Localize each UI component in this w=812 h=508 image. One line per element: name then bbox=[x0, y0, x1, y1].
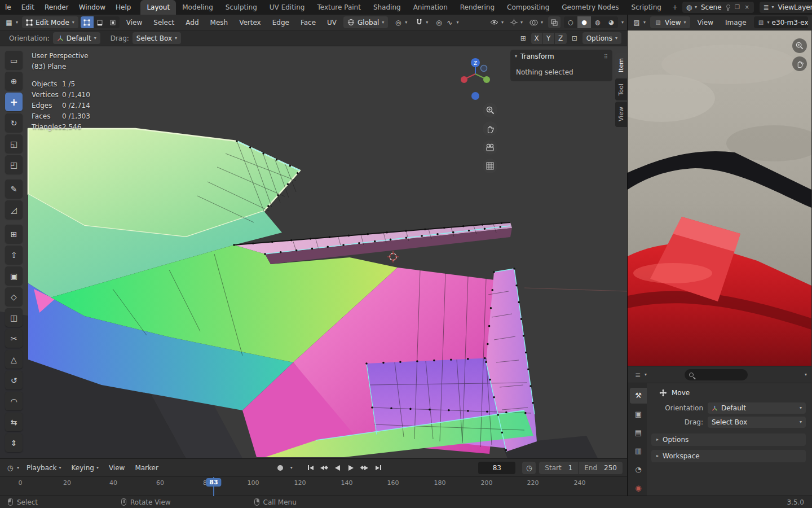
menu-keying[interactable]: Keying▾ bbox=[67, 464, 103, 472]
image-pan-button[interactable] bbox=[792, 56, 807, 71]
shading-rendered-button[interactable]: ◕ bbox=[604, 16, 618, 28]
menu-add[interactable]: Add bbox=[181, 19, 203, 27]
jump-to-end-button[interactable] bbox=[372, 462, 385, 474]
auto-key-button[interactable] bbox=[274, 462, 286, 474]
visibility-dropdown[interactable]: ▾ bbox=[488, 16, 505, 28]
tool-transform[interactable]: ◰ bbox=[5, 155, 23, 174]
menu-view-image-editor[interactable]: View bbox=[693, 19, 718, 27]
tab-item[interactable]: Item bbox=[615, 53, 627, 77]
mirror-icon[interactable]: ⊞ bbox=[519, 34, 527, 42]
new-scene-icon[interactable]: ❐ bbox=[734, 3, 742, 11]
image-mode-dropdown[interactable]: ▨ View ▾ bbox=[650, 16, 690, 28]
menu-select[interactable]: Select bbox=[149, 19, 179, 27]
image-datablock-selector[interactable]: ▨ ▾ e30-m3-exter bbox=[754, 16, 808, 28]
grip-icon[interactable]: ⠿ bbox=[604, 54, 608, 60]
properties-tab-scene[interactable]: ◔ bbox=[630, 462, 647, 478]
menu-edit[interactable]: Edit bbox=[16, 0, 39, 15]
proportional-editing-toggle[interactable]: ◎ ∿ ▾ bbox=[433, 16, 461, 28]
properties-tab-render[interactable]: ▣ bbox=[630, 406, 647, 422]
tool-inset-faces[interactable]: ▣ bbox=[5, 266, 23, 285]
workspace-tab-texture-paint[interactable]: Texture Paint bbox=[311, 0, 367, 15]
mode-selector[interactable]: Edit Mode ▾ bbox=[22, 16, 78, 28]
transform-panel-header[interactable]: ▾ Transform ⠿ bbox=[510, 50, 612, 63]
tool-smooth[interactable]: ◠ bbox=[5, 392, 23, 410]
menu-mesh[interactable]: Mesh bbox=[206, 19, 233, 27]
menu-vertex[interactable]: Vertex bbox=[235, 19, 266, 27]
menu-edge[interactable]: Edge bbox=[268, 19, 294, 27]
transform-orientation-dropdown[interactable]: Global ▾ bbox=[343, 16, 388, 28]
tool-poly-build[interactable]: △ bbox=[5, 350, 23, 369]
mirror-z-button[interactable]: Z bbox=[555, 33, 567, 44]
workspace-tab-uv-editing[interactable]: UV Editing bbox=[263, 0, 311, 15]
image-editor-canvas[interactable] bbox=[628, 30, 811, 366]
current-frame-field[interactable]: 83 bbox=[478, 462, 515, 474]
menu-help[interactable]: Help bbox=[111, 0, 136, 15]
image-editor-type-selector[interactable]: ▨ ▾ bbox=[631, 16, 647, 28]
workspace-tab-compositing[interactable]: Compositing bbox=[501, 0, 555, 15]
workspace-tab-layout[interactable]: Layout bbox=[140, 0, 176, 15]
drag-dropdown[interactable]: Select Box ▾ bbox=[708, 417, 806, 428]
show-overlays-dropdown[interactable]: ▾ bbox=[528, 16, 545, 28]
play-button[interactable] bbox=[345, 462, 358, 474]
tool-shrink-fatten[interactable]: ⇕ bbox=[5, 433, 23, 452]
image-zoom-button[interactable] bbox=[792, 38, 807, 53]
menu-file[interactable]: le bbox=[0, 0, 16, 15]
shading-wireframe-button[interactable]: ○ bbox=[564, 16, 577, 28]
workspace-tab-animation[interactable]: Animation bbox=[407, 0, 454, 15]
options-panel-header[interactable]: ▸ Options bbox=[651, 433, 806, 446]
drag-mode-dropdown[interactable]: Select Box ▾ bbox=[133, 32, 181, 44]
tool-knife[interactable]: ✂ bbox=[5, 329, 23, 348]
menu-face[interactable]: Face bbox=[296, 19, 320, 27]
shading-solid-button[interactable]: ● bbox=[577, 16, 591, 28]
end-frame-field[interactable]: End 250 bbox=[579, 462, 623, 474]
editor-type-selector[interactable]: ▦ ▾ bbox=[3, 16, 20, 28]
properties-search[interactable] bbox=[685, 369, 748, 380]
properties-tab-world[interactable]: ◉ bbox=[630, 480, 647, 496]
tool-cursor[interactable]: ⊕ bbox=[5, 72, 23, 90]
menu-view-timeline[interactable]: View bbox=[104, 464, 129, 472]
mirror-x-button[interactable]: X bbox=[531, 33, 543, 44]
tool-add-cube[interactable]: ⊞ bbox=[5, 225, 23, 243]
properties-editor-selector[interactable]: ≡ ▾ bbox=[632, 369, 648, 380]
show-gizmo-dropdown[interactable]: ▾ bbox=[509, 16, 524, 28]
shading-options-caret[interactable]: ▾ bbox=[621, 20, 624, 25]
menu-render[interactable]: Render bbox=[39, 0, 74, 15]
menu-view[interactable]: View bbox=[122, 19, 147, 27]
menu-image[interactable]: Image bbox=[721, 19, 751, 27]
menu-marker[interactable]: Marker bbox=[130, 464, 162, 472]
properties-tab-view-layer[interactable]: ▥ bbox=[630, 443, 647, 459]
use-preview-range-button[interactable]: ◷ bbox=[522, 462, 536, 474]
tool-select-box[interactable]: ▭ bbox=[5, 51, 23, 69]
jump-to-start-button[interactable] bbox=[304, 462, 317, 474]
menu-uv[interactable]: UV bbox=[323, 19, 341, 27]
xray-toggle[interactable] bbox=[548, 16, 561, 28]
tool-scale[interactable]: ◱ bbox=[5, 134, 23, 153]
workspace-tab-shading[interactable]: Shading bbox=[367, 0, 407, 15]
edge-select-button[interactable] bbox=[94, 16, 107, 28]
timeline-ruler[interactable]: 0 20 40 60 80 100 120 140 160 180 200 22… bbox=[0, 476, 627, 496]
play-reverse-button[interactable] bbox=[332, 462, 344, 474]
navigation-gizmo[interactable]: Z bbox=[457, 56, 493, 110]
mirror-y-button[interactable]: Y bbox=[543, 33, 555, 44]
timeline-editor-selector[interactable]: ◷ ▾ bbox=[5, 462, 21, 474]
tab-tool[interactable]: Tool bbox=[615, 78, 627, 100]
prev-keyframe-button[interactable] bbox=[318, 462, 330, 474]
shading-material-button[interactable]: ◍ bbox=[591, 16, 604, 28]
orientation-dropdown[interactable]: Default ▾ bbox=[708, 402, 806, 414]
tool-orientation-dropdown[interactable]: Default ▾ bbox=[53, 32, 100, 44]
viewport-canvas[interactable]: ▭ ⊕ + ↻ ◱ ◰ ✎ ◿ ⊞ ⇧ ▣ ◇ ◫ ✂ △ ↺ ◠ bbox=[0, 46, 627, 458]
vertex-select-button[interactable] bbox=[81, 16, 94, 28]
ortho-toggle-button[interactable] bbox=[483, 159, 497, 173]
workspace-tab-sculpting[interactable]: Sculpting bbox=[219, 0, 263, 15]
filter-caret-icon[interactable]: ▾ bbox=[805, 373, 807, 377]
camera-view-button[interactable] bbox=[483, 140, 497, 155]
properties-tab-output[interactable]: ▤ bbox=[630, 424, 647, 440]
snapping-toggle[interactable]: ▾ bbox=[413, 16, 430, 28]
pan-button[interactable] bbox=[483, 121, 497, 136]
next-keyframe-button[interactable] bbox=[359, 462, 371, 474]
tool-edge-slide[interactable]: ⇆ bbox=[5, 413, 23, 431]
tool-options-dropdown[interactable]: Options ▾ bbox=[582, 32, 621, 44]
close-icon[interactable]: × bbox=[743, 3, 751, 11]
tool-rotate[interactable]: ↻ bbox=[5, 113, 23, 132]
tool-loop-cut[interactable]: ◫ bbox=[5, 308, 23, 327]
